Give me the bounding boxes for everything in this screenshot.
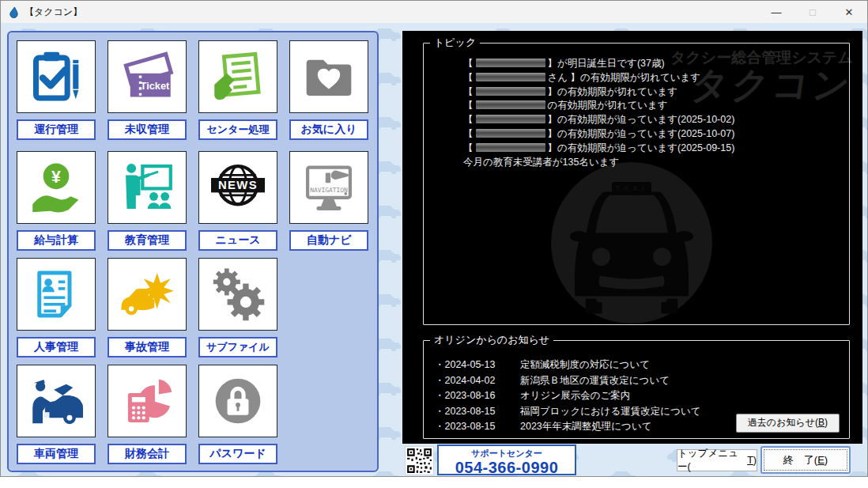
tile-label[interactable]: 車両管理 bbox=[17, 444, 96, 464]
tile-jinji-kanri[interactable]: 人事管理 bbox=[17, 258, 96, 357]
topic-text: 】の有効期限が迫っています(2025-10-02) bbox=[548, 114, 735, 125]
navigation-monitor-icon: NAVIGATION bbox=[299, 161, 359, 214]
notice-title: 新潟県Ｂ地区の運賃改定について bbox=[520, 373, 670, 389]
notice-date: ・2024-04-02 bbox=[435, 373, 520, 389]
topic-item: 【】の有効期限が切れています bbox=[463, 85, 849, 100]
svg-text:¥: ¥ bbox=[51, 168, 61, 187]
notice-item: ・2024-05-13 定額減税制度の対応について bbox=[435, 357, 849, 373]
tile-jiko-kanri[interactable]: 事故管理 bbox=[108, 258, 187, 357]
topics-legend: トピック bbox=[430, 36, 480, 50]
notice-title: 2023年年末調整処理について bbox=[520, 419, 651, 435]
topic-bracket: 【 bbox=[463, 58, 474, 69]
redacted-name bbox=[476, 115, 545, 123]
notice-item: ・2023-08-16 オリジン展示会のご案内 bbox=[435, 388, 849, 404]
window-title: 【タクコン】 bbox=[25, 6, 82, 19]
support-center-label: サポートセンター bbox=[439, 448, 575, 460]
tile-label[interactable]: 給与計算 bbox=[17, 230, 96, 251]
tile-okiniiri[interactable]: お気に入り bbox=[289, 40, 368, 140]
topic-bracket: 【 bbox=[463, 114, 474, 125]
tile-kyoiku-kanri[interactable]: 教育管理 bbox=[108, 151, 187, 251]
tile-label[interactable]: センター処理 bbox=[198, 119, 277, 140]
topic-item: 【】が明日誕生日です(37歳) bbox=[463, 57, 849, 71]
title-bar[interactable]: 【タクコン】 — □ ✕ bbox=[1, 1, 867, 23]
topic-bracket: 【 bbox=[463, 100, 474, 111]
tile-label[interactable]: 教育管理 bbox=[108, 230, 187, 251]
maximize-button: □ bbox=[794, 1, 831, 23]
topic-text: 】の有効期限が迫っています(2025-10-07) bbox=[548, 128, 735, 139]
tile-label[interactable]: お気に入り bbox=[289, 119, 368, 140]
notice-bullet: ・ bbox=[435, 406, 445, 417]
notice-date: ・2023-08-15 bbox=[435, 419, 520, 435]
topics-list: 【】が明日誕生日です(37歳) 【さん 】の有効期限が切れています 【】の有効期… bbox=[424, 50, 849, 169]
app-window: 【タクコン】 — □ ✕ 運行管理 Ticket bbox=[0, 0, 868, 477]
info-panel: タクシー総合管理システム タクコン TAXI bbox=[402, 31, 862, 444]
notice-title: 定額減税制度の対応について bbox=[520, 357, 650, 373]
qr-code bbox=[405, 446, 434, 475]
tile-label[interactable]: パスワード bbox=[198, 444, 277, 464]
tile-subfile[interactable]: サブファイル bbox=[198, 258, 277, 357]
topic-item: 【】の有効期限が迫っています(2025-09-15) bbox=[463, 142, 849, 156]
tile-center-shori[interactable]: センター処理 bbox=[198, 40, 277, 140]
close-button[interactable]: ✕ bbox=[831, 1, 867, 23]
topic-text: の有効期限が切れています bbox=[548, 100, 668, 111]
notice-bullet: ・ bbox=[435, 390, 445, 401]
svg-text:Ticket: Ticket bbox=[141, 80, 170, 92]
notice-bullet: ・ bbox=[435, 375, 445, 386]
tile-label[interactable]: 運行管理 bbox=[17, 119, 96, 140]
topics-group: トピック 【】が明日誕生日です(37歳) 【さん 】の有効期限が切れています 【… bbox=[423, 36, 850, 325]
topic-bracket: 【 bbox=[463, 142, 474, 153]
top-menu-button[interactable]: トップメニュー(T) bbox=[677, 449, 757, 471]
document-hand-icon bbox=[209, 50, 266, 104]
tile-label[interactable]: 未収管理 bbox=[108, 119, 187, 140]
topic-item: 今月の教育未受講者が135名います bbox=[463, 156, 849, 170]
tile-label[interactable]: 財務会計 bbox=[108, 444, 187, 464]
exit-button[interactable]: 終 了(E) bbox=[760, 446, 851, 474]
notices-legend: オリジンからのお知らせ bbox=[430, 333, 553, 347]
notice-bullet: ・ bbox=[435, 359, 445, 370]
news-globe-icon: NEWS bbox=[208, 161, 268, 214]
tile-news[interactable]: NEWS ニュース bbox=[198, 151, 277, 251]
tile-unkou-kanri[interactable]: 運行管理 bbox=[17, 40, 96, 140]
person-document-icon bbox=[28, 267, 85, 321]
teacher-board-icon bbox=[119, 161, 175, 214]
topic-item: 【】の有効期限が迫っています(2025-10-02) bbox=[463, 113, 849, 127]
tile-sharyou-kanri[interactable]: 車両管理 bbox=[17, 365, 96, 464]
topic-text: 】の有効期限が迫っています(2025-09-15) bbox=[548, 142, 735, 153]
app-icon bbox=[8, 6, 20, 18]
tile-label[interactable]: 事故管理 bbox=[108, 337, 187, 357]
tile-label[interactable]: ニュース bbox=[198, 230, 277, 251]
folder-heart-icon bbox=[300, 50, 357, 104]
notice-title: オリジン展示会のご案内 bbox=[520, 388, 630, 404]
clipboard-check-icon bbox=[28, 50, 85, 104]
redacted-name bbox=[476, 59, 545, 67]
notice-title: 福岡ブロックにおける運賃改定について bbox=[520, 404, 701, 420]
redacted-name bbox=[476, 73, 545, 81]
topic-text: 今月の教育未受講者が135名います bbox=[463, 157, 619, 168]
car-crash-icon bbox=[117, 267, 177, 321]
topic-bracket: 【 bbox=[463, 72, 474, 83]
tile-label[interactable]: 人事管理 bbox=[17, 337, 96, 357]
topic-bracket: 【 bbox=[463, 86, 474, 97]
tile-zaimu-kaikei[interactable]: 財務会計 bbox=[108, 365, 187, 464]
notice-date: ・2023-08-15 bbox=[435, 404, 520, 420]
past-notices-button[interactable]: 過去のお知らせ(B) bbox=[736, 414, 840, 433]
tile-label[interactable]: サブファイル bbox=[198, 337, 277, 357]
svg-text:NAVIGATION: NAVIGATION bbox=[310, 187, 348, 194]
ticket-icon: Ticket bbox=[119, 50, 175, 104]
tile-password[interactable]: パスワード bbox=[198, 365, 277, 464]
svg-text:NEWS: NEWS bbox=[218, 179, 258, 191]
topic-text: 】の有効期限が切れています bbox=[548, 86, 678, 97]
redacted-name bbox=[476, 100, 545, 109]
topic-item: 【の有効期限が切れています bbox=[463, 99, 849, 113]
tile-mishuu-kanri[interactable]: Ticket 未収管理 bbox=[108, 40, 187, 140]
minimize-button[interactable]: — bbox=[758, 1, 794, 23]
tile-label[interactable]: 自動ナビ bbox=[289, 230, 368, 251]
notice-date: ・2024-05-13 bbox=[435, 357, 520, 373]
redacted-name bbox=[476, 143, 545, 152]
main-menu-panel: 運行管理 Ticket 未収管理 センター処理 bbox=[7, 31, 379, 472]
yen-hand-icon: ¥ bbox=[28, 161, 85, 214]
tile-kyuyo-keisan[interactable]: ¥ 給与計算 bbox=[17, 151, 96, 251]
tile-jidou-navi[interactable]: NAVIGATION 自動ナビ bbox=[289, 151, 368, 251]
calculator-pie-icon bbox=[119, 374, 175, 428]
topic-bracket: 【 bbox=[463, 128, 474, 139]
